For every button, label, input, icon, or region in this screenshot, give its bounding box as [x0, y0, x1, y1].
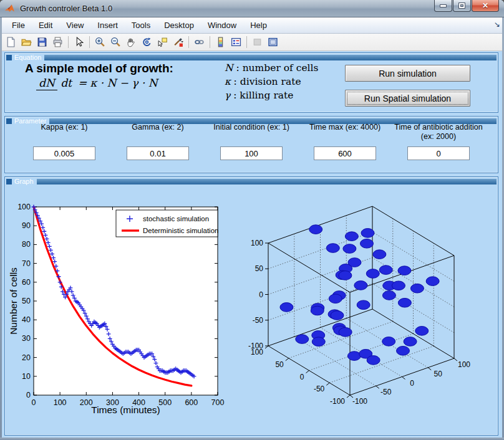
run-simulation-button[interactable]: Run simulation	[345, 65, 470, 82]
close-button[interactable]: ✕	[472, 0, 499, 12]
panel-header-bar	[44, 55, 497, 60]
panel-corner-square	[6, 118, 12, 124]
formula-fraction: dN dt	[36, 77, 72, 89]
parameter-column-initial-condition: Initial condition (ex: 1)	[205, 123, 298, 160]
cell-marker	[343, 244, 356, 254]
toolbar	[0, 34, 504, 51]
time-max-input[interactable]	[314, 146, 376, 160]
dock-figure-icon[interactable]	[266, 35, 280, 49]
brush-data-icon[interactable]	[171, 35, 185, 49]
z-tick-label: -50	[253, 316, 264, 325]
zoom-out-icon[interactable]	[109, 35, 123, 49]
antibiotic-time-input[interactable]	[407, 146, 470, 160]
cell-marker	[296, 335, 309, 344]
cell-marker	[398, 266, 411, 275]
panel-corner-square	[6, 55, 12, 60]
svg-text:70: 70	[22, 259, 31, 268]
cell-marker	[345, 232, 358, 241]
scatter3d-axes[interactable]: -100-50050100-100-50050100-100-50050100	[248, 206, 470, 406]
cell-marker	[397, 347, 410, 356]
menu-item-file[interactable]: File	[5, 19, 32, 32]
cell-marker	[360, 239, 373, 248]
minimize-button[interactable]	[434, 0, 452, 12]
print-figure-icon[interactable]	[51, 35, 65, 49]
z-tick-label: 0	[259, 290, 263, 299]
data-cursor-icon[interactable]	[155, 35, 170, 49]
cell-marker	[382, 337, 395, 347]
maximize-button[interactable]	[453, 0, 471, 12]
matlab-logo-icon	[4, 3, 15, 14]
figure-background: Equation A simple model of growth: dN dt…	[2, 51, 502, 438]
app-window: Growth controler Beta 1.0 ✕ FileEditView…	[0, 0, 504, 440]
menu-item-help[interactable]: Help	[243, 19, 274, 32]
model-heading: A simple model of growth:	[25, 62, 173, 75]
antibiotic-time-label: Time of antibiotic addition (ex: 2000)	[392, 123, 485, 143]
new-figure-icon[interactable]	[4, 35, 18, 49]
y-tick-label: 100	[251, 348, 263, 356]
menu-item-window[interactable]: Window	[201, 19, 243, 32]
cell-marker	[331, 311, 344, 320]
run-spatial-simulation-button[interactable]: Run Spatial simulation	[345, 90, 470, 107]
titlebar[interactable]: Growth controler Beta 1.0 ✕	[0, 0, 504, 17]
link-plots-icon[interactable]	[192, 35, 206, 49]
cell-marker	[426, 277, 439, 286]
y-tick-label: 0	[300, 373, 304, 381]
parameter-column-gamma: Gamma (ex: 2)	[111, 123, 205, 160]
cell-marker	[410, 284, 424, 293]
insert-legend-icon[interactable]	[229, 35, 243, 49]
toolbar-separator	[246, 36, 247, 48]
plot-legend[interactable]: stochastic simulationDeterministic simul…	[116, 210, 218, 237]
legend-entry-stochastic: stochastic simulation	[143, 215, 209, 222]
plots-svg: 0100200300400500600700010203040506070809…	[5, 177, 499, 436]
equation-panel-label: Equation	[12, 54, 44, 61]
svg-text:30: 30	[22, 334, 31, 343]
edit-plot-icon[interactable]	[72, 35, 86, 49]
initial-condition-input[interactable]	[220, 146, 283, 160]
graph-panel: Graph 0100200300400500600700010203040506…	[4, 176, 498, 436]
definition-symbol: γ	[225, 90, 230, 101]
definition-row: κ : division rate	[225, 75, 318, 88]
insert-colorbar-icon[interactable]	[213, 35, 228, 49]
svg-text:600: 600	[185, 398, 198, 407]
definition-text: : number of cells	[233, 62, 319, 74]
kappa-input[interactable]	[33, 146, 95, 160]
svg-text:80: 80	[22, 240, 31, 249]
cell-marker	[309, 225, 322, 234]
equation-panel: Equation A simple model of growth: dN dt…	[4, 52, 498, 113]
z-tick-label: 50	[255, 264, 264, 273]
cell-marker	[354, 281, 367, 290]
cell-marker	[392, 281, 405, 290]
cell-marker	[404, 337, 417, 347]
svg-text:0: 0	[32, 398, 36, 407]
definition-symbol: κ	[225, 76, 231, 87]
dock-arrow-icon[interactable]: ↘	[494, 20, 500, 29]
menu-item-view[interactable]: View	[59, 19, 90, 32]
minimize-icon	[440, 5, 446, 7]
initial-condition-label: Initial condition (ex: 1)	[205, 123, 298, 143]
svg-text:0: 0	[26, 391, 31, 399]
cell-marker	[280, 303, 293, 312]
menu-item-edit[interactable]: Edit	[32, 19, 59, 32]
menu-item-tools[interactable]: Tools	[125, 19, 157, 32]
definition-text: : division rate	[231, 76, 301, 87]
open-file-icon[interactable]	[19, 35, 34, 49]
window-frame	[0, 17, 2, 440]
hide-plot-tools-icon	[250, 35, 264, 49]
line-plot-axes[interactable]: 0100200300400500600700010203040506070809…	[8, 203, 224, 415]
cell-marker	[367, 356, 380, 365]
gamma-input[interactable]	[127, 146, 189, 160]
svg-text:100: 100	[17, 203, 31, 211]
rotate-3d-icon[interactable]	[140, 35, 154, 49]
cell-marker	[326, 244, 339, 253]
save-figure-icon[interactable]	[35, 35, 49, 49]
parameter-panel: Parameter Kappa (ex: 1)Gamma (ex: 2)Init…	[4, 116, 498, 173]
menubar: FileEditViewInsertToolsDesktopWindowHelp…	[0, 17, 504, 34]
zoom-in-icon[interactable]	[93, 35, 107, 49]
toolbar-separator	[210, 36, 210, 48]
x-tick-label: 50	[434, 370, 443, 378]
menu-item-desktop[interactable]: Desktop	[157, 19, 201, 32]
definition-text: : killing rate	[230, 90, 293, 101]
menu-item-insert[interactable]: Insert	[90, 19, 125, 32]
pan-icon[interactable]	[124, 35, 138, 49]
parameter-column-antibiotic-time: Time of antibiotic addition (ex: 2000)	[392, 123, 485, 160]
